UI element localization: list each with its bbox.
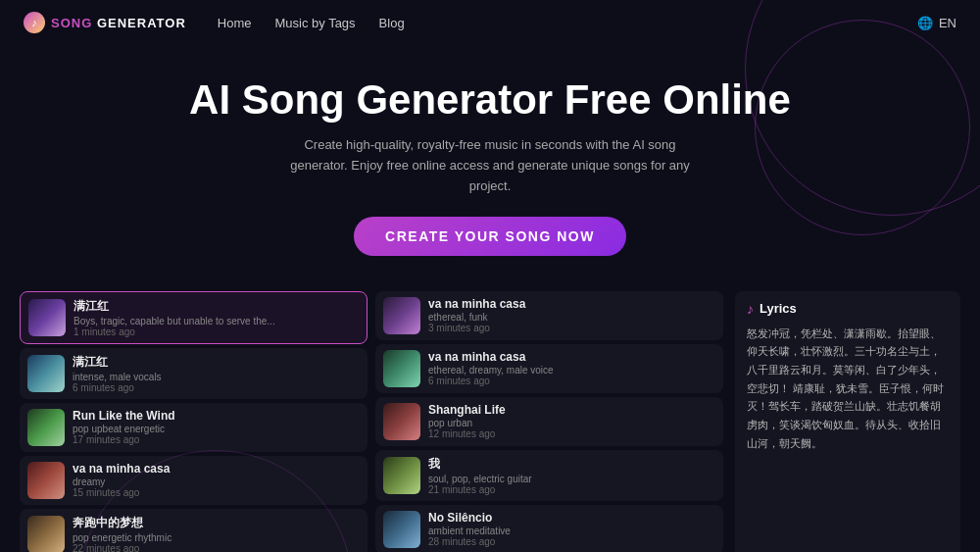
song-info: va na minha casa dreamy 15 minutes ago [73, 462, 360, 498]
nav-music-by-tags[interactable]: Music by Tags [274, 16, 355, 30]
song-info: 奔跑中的梦想 pop energetic rhythmic 22 minutes… [73, 515, 360, 552]
song-meta: soul, pop, electric guitar [428, 474, 715, 484]
main-content: 满江红 Boys, tragic, capable but unable to … [0, 279, 980, 552]
lyrics-header: ♪ Lyrics [747, 301, 949, 317]
song-time: 6 minutes ago [428, 376, 715, 386]
song-item[interactable]: Run Like the Wind pop upbeat energetic 1… [20, 403, 368, 452]
song-meta: pop energetic rhythmic [73, 532, 360, 543]
song-item[interactable]: 满江红 intense, male vocals 6 minutes ago [20, 348, 368, 399]
song-meta: ethereal, funk [428, 312, 715, 323]
song-info: Shanghai Life pop urban 12 minutes ago [428, 403, 715, 439]
lyrics-text: 怒发冲冠，凭栏处、潇潇雨歇。抬望眼、仰天长啸，壮怀激烈。三十功名尘与土，八千里路… [747, 325, 949, 453]
song-thumbnail [27, 409, 65, 446]
song-item[interactable]: 奔跑中的梦想 pop energetic rhythmic 22 minutes… [20, 509, 368, 552]
song-thumbnail [383, 403, 420, 440]
cta-button[interactable]: CREATE YOUR SONG NOW [354, 217, 626, 256]
song-time: 28 minutes ago [428, 536, 715, 547]
nav-links: Home Music by Tags Blog [218, 16, 405, 30]
song-info: 满江红 intense, male vocals 6 minutes ago [73, 354, 360, 393]
song-title: va na minha casa [428, 297, 715, 311]
nav-right: 🌐 EN [917, 16, 956, 30]
song-meta: pop urban [428, 418, 715, 428]
song-time: 6 minutes ago [73, 382, 360, 393]
globe-icon: 🌐 [917, 16, 933, 30]
song-time: 17 minutes ago [73, 434, 360, 445]
song-meta: dreamy [73, 477, 360, 487]
song-info: Run Like the Wind pop upbeat energetic 1… [73, 409, 360, 445]
song-time: 1 minutes ago [74, 326, 359, 337]
song-time: 22 minutes ago [73, 543, 360, 552]
song-time: 12 minutes ago [428, 428, 715, 439]
song-item[interactable]: 满江红 Boys, tragic, capable but unable to … [20, 291, 368, 344]
song-title: 满江红 [73, 354, 360, 371]
song-info: No Silêncio ambient meditative 28 minute… [428, 511, 715, 547]
song-meta: pop upbeat energetic [73, 424, 360, 434]
song-thumbnail [383, 297, 420, 334]
nav-blog[interactable]: Blog [379, 16, 405, 30]
song-item[interactable]: va na minha casa ethereal, funk 3 minute… [375, 291, 723, 340]
song-title: va na minha casa [73, 462, 360, 476]
lyrics-icon: ♪ [747, 301, 754, 317]
song-thumbnail [28, 299, 66, 336]
song-title: No Silêncio [428, 511, 715, 525]
song-thumbnail [27, 355, 65, 392]
hero-section: AI Song Generator Free Online Create hig… [0, 45, 980, 279]
song-title: Shanghai Life [428, 403, 715, 417]
songs-left-column: 满江红 Boys, tragic, capable but unable to … [20, 291, 368, 552]
song-title: va na minha casa [428, 350, 715, 364]
song-info: 我 soul, pop, electric guitar 21 minutes … [428, 456, 715, 495]
logo-icon: ♪ [24, 12, 45, 33]
song-item[interactable]: 我 soul, pop, electric guitar 21 minutes … [375, 450, 723, 501]
song-thumbnail [27, 462, 65, 499]
song-thumbnail [383, 457, 420, 494]
song-thumbnail [27, 516, 65, 552]
song-info: 满江红 Boys, tragic, capable but unable to … [74, 298, 359, 337]
song-title: 我 [428, 456, 715, 473]
navbar: ♪ SONG GENERATOR Home Music by Tags Blog… [0, 0, 980, 45]
song-meta: Boys, tragic, capable but unable to serv… [74, 316, 359, 326]
song-title: 满江红 [74, 298, 359, 315]
song-thumbnail [383, 511, 420, 548]
logo[interactable]: ♪ SONG GENERATOR [24, 12, 186, 33]
hero-subtitle: Create high-quality, royalty-free music … [284, 135, 696, 196]
song-item[interactable]: Shanghai Life pop urban 12 minutes ago [375, 397, 723, 446]
lyrics-panel: ♪ Lyrics 怒发冲冠，凭栏处、潇潇雨歇。抬望眼、仰天长啸，壮怀激烈。三十功… [735, 291, 960, 552]
song-item[interactable]: va na minha casa ethereal, dreamy, male … [375, 344, 723, 393]
songs-right-column: va na minha casa ethereal, funk 3 minute… [375, 291, 723, 552]
song-title: Run Like the Wind [73, 409, 360, 423]
lyrics-title: Lyrics [760, 301, 797, 316]
song-item[interactable]: va na minha casa dreamy 15 minutes ago [20, 456, 368, 505]
nav-home[interactable]: Home [218, 16, 252, 30]
lang-label[interactable]: EN [939, 16, 956, 30]
song-info: va na minha casa ethereal, dreamy, male … [428, 350, 715, 386]
song-meta: intense, male vocals [73, 372, 360, 382]
logo-text: SONG GENERATOR [51, 16, 186, 30]
song-item[interactable]: No Silêncio ambient meditative 28 minute… [375, 505, 723, 552]
song-time: 21 minutes ago [428, 484, 715, 495]
song-thumbnail [383, 350, 420, 387]
hero-title: AI Song Generator Free Online [20, 76, 960, 124]
song-meta: ethereal, dreamy, male voice [428, 365, 715, 376]
song-time: 15 minutes ago [73, 487, 360, 498]
song-title: 奔跑中的梦想 [73, 515, 360, 531]
song-time: 3 minutes ago [428, 323, 715, 333]
song-meta: ambient meditative [428, 526, 715, 536]
song-info: va na minha casa ethereal, funk 3 minute… [428, 297, 715, 333]
